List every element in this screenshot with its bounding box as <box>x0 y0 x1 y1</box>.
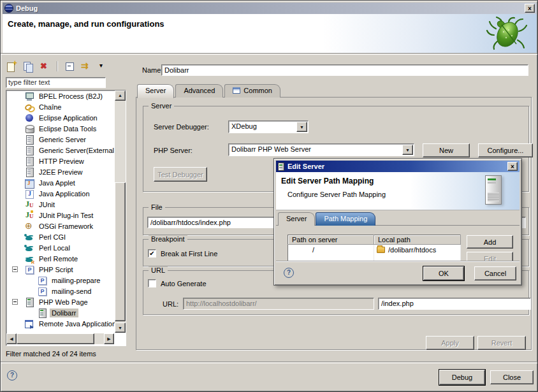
php-server-select[interactable]: Dolibarr PHP Web Server ▼ <box>228 143 414 156</box>
php-web-icon <box>24 297 34 307</box>
filter-icon[interactable] <box>80 61 92 72</box>
server-icon <box>24 145 34 156</box>
chevron-down-icon[interactable]: ▼ <box>402 145 413 155</box>
scroll-right-icon[interactable]: ▶ <box>104 333 114 344</box>
server-icon <box>24 167 34 177</box>
path-mapping-panel: Path on serverLocal path //dolibarr/htdo… <box>276 225 520 261</box>
scroll-left-icon[interactable]: ◀ <box>6 333 17 344</box>
cancel-button[interactable]: Cancel <box>474 266 516 280</box>
junit-plugin-icon <box>24 210 34 221</box>
column-header-local-path[interactable]: Local path <box>374 235 461 245</box>
scroll-down-icon[interactable]: ▼ <box>115 323 126 333</box>
dialog-help-icon[interactable]: ? <box>284 268 294 278</box>
tree-item-perl-cgi[interactable]: Perl CGI <box>6 231 126 242</box>
dialog-titlebar[interactable]: Edit Server × <box>276 161 520 172</box>
tree-item-j2ee-preview[interactable]: J2EE Preview <box>6 166 126 177</box>
tree-item-eclipse-application[interactable]: Eclipse Application <box>6 112 126 123</box>
tree-item-php-web-page[interactable]: PHP Web Page <box>6 296 126 307</box>
tab-advanced[interactable]: Advanced <box>175 84 223 98</box>
tab-common[interactable]: Common <box>224 84 280 98</box>
dialog-title: Edit Server <box>287 163 324 170</box>
tree-item-eclipse-data-tools[interactable]: Eclipse Data Tools <box>6 123 126 134</box>
tree-horizontal-scrollbar[interactable]: ◀ ▶ <box>6 333 114 344</box>
filter-input[interactable]: type filter text <box>6 77 106 88</box>
tree-item-cha-ne[interactable]: Chaîne <box>6 101 126 112</box>
tab-server[interactable]: Server <box>137 84 174 98</box>
dialog-button-bar: ? OK Cancel <box>276 261 520 284</box>
dialog-tab-server[interactable]: Server <box>278 212 315 226</box>
tree-item-label: Dolibarr <box>50 309 78 317</box>
tree-item-generic-server[interactable]: Generic Server <box>6 134 126 145</box>
tree-item-java-application[interactable]: Java Application <box>6 188 126 199</box>
tree-item-perl-remote[interactable]: Perl Remote <box>6 253 126 264</box>
close-button[interactable]: Close <box>490 370 534 384</box>
configurations-tree[interactable]: BPEL Process (B2J)ChaîneEclipse Applicat… <box>6 90 126 346</box>
tree-item-label: J2EE Preview <box>37 168 84 177</box>
tree-item-label: HTTP Preview <box>37 157 86 166</box>
column-header-path-on-server[interactable]: Path on server <box>288 235 374 245</box>
tab-label: Common <box>244 87 272 94</box>
configure-server-button[interactable]: Configure... <box>478 143 533 157</box>
tree-item-http-preview[interactable]: HTTP Preview <box>6 156 126 166</box>
dialog-tabs: ServerPath Mapping <box>278 212 376 226</box>
url-path-input[interactable]: /index.php <box>378 298 531 310</box>
add-mapping-button[interactable]: Add <box>467 235 513 249</box>
test-debugger-button[interactable]: Test Debugger <box>154 167 207 182</box>
horizontal-scroll-thumb[interactable] <box>17 333 94 344</box>
window-titlebar[interactable]: Debug × <box>3 3 537 14</box>
filter-status: Filter matched 24 of 24 items <box>6 350 96 358</box>
tree-item-mailing-send[interactable]: mailing-send <box>6 286 126 296</box>
breakpoint-group-title: Breakpoint <box>149 235 187 243</box>
dialog-tab-path-mapping[interactable]: Path Mapping <box>316 212 375 226</box>
java-app-icon <box>24 189 34 199</box>
footer-separator <box>1 361 538 363</box>
tree-item-generic-server-external-la[interactable]: Generic Server(External La <box>6 145 126 156</box>
duplicate-icon[interactable] <box>22 61 34 72</box>
help-icon[interactable]: ? <box>7 370 17 381</box>
dialog-close-icon[interactable]: × <box>507 162 518 171</box>
vertical-scroll-thumb[interactable] <box>115 182 126 321</box>
apply-button[interactable]: Apply <box>426 336 474 350</box>
break-first-line-checkbox[interactable] <box>148 249 156 258</box>
name-label: Name: <box>142 66 163 74</box>
name-input[interactable]: Dolibarr <box>161 64 528 76</box>
tree-item-label: OSGi Framework <box>37 222 95 231</box>
edit-mapping-button[interactable]: Edit <box>467 252 513 261</box>
revert-button[interactable]: Revert <box>477 336 526 350</box>
tree-vertical-scrollbar[interactable]: ▲ ▼ <box>115 91 126 333</box>
collapse-expander-icon[interactable] <box>12 299 18 305</box>
tree-item-perl-local[interactable]: Perl Local <box>6 242 126 253</box>
new-server-button[interactable]: New <box>423 143 470 157</box>
scroll-up-icon[interactable]: ▲ <box>115 91 126 101</box>
tree-item-osgi-framework[interactable]: OSGi Framework <box>6 221 126 231</box>
tree-item-bpel-process-b2j[interactable]: BPEL Process (B2J) <box>6 91 126 101</box>
collapse-expander-icon[interactable] <box>12 266 18 272</box>
tree-item-junit-plug-in-test[interactable]: JUnit Plug-in Test <box>6 210 126 221</box>
tree-item-remote-java-application[interactable]: Remote Java Application <box>6 318 126 329</box>
mapping-row[interactable]: //dolibarr/htdocs <box>288 245 461 255</box>
local-path-cell[interactable]: /dolibarr/htdocs <box>374 245 461 255</box>
auto-generate-checkbox[interactable] <box>148 279 156 287</box>
php-server-label: PHP Server: <box>154 147 193 154</box>
server-debugger-select[interactable]: XDebug ▼ <box>228 120 309 133</box>
tree-item-php-script[interactable]: PHP Script <box>6 264 126 275</box>
ok-button[interactable]: OK <box>423 266 464 280</box>
new-config-icon[interactable] <box>6 61 17 72</box>
tree-item-label: Perl CGI <box>37 233 68 242</box>
url-group-title: URL <box>149 266 168 274</box>
collapse-all-icon[interactable] <box>64 61 75 72</box>
path-on-server-cell[interactable]: / <box>288 245 374 255</box>
tree-item-dolibarr[interactable]: Dolibarr <box>6 307 126 318</box>
path-mapping-table[interactable]: Path on serverLocal path //dolibarr/htdo… <box>287 235 461 261</box>
table-icon <box>233 87 240 94</box>
server-group-title: Server <box>149 102 174 110</box>
chevron-down-icon[interactable]: ▼ <box>296 122 307 132</box>
menu-dropdown-icon[interactable] <box>97 61 108 72</box>
close-icon[interactable]: × <box>525 4 535 13</box>
tree-item-java-applet[interactable]: Java Applet <box>6 177 126 188</box>
delete-icon[interactable] <box>39 61 50 72</box>
debug-button[interactable]: Debug <box>439 370 485 385</box>
page-title: Create, manage, and run configurations <box>8 19 164 29</box>
tree-item-junit[interactable]: JUnit <box>6 199 126 210</box>
tree-item-mailing-prepare[interactable]: mailing-prepare <box>6 275 126 286</box>
